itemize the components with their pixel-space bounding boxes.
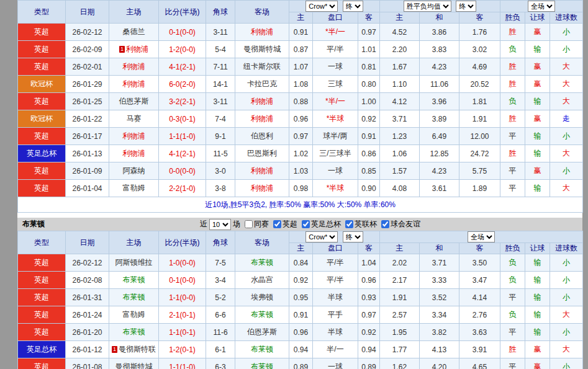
home-team: 马赛 xyxy=(109,110,159,128)
match-date: 26-01-31 xyxy=(66,289,109,306)
red-card-icon: 1 xyxy=(112,346,117,353)
home-win-odds: 1.62 xyxy=(380,358,420,369)
team-name: 伯恩茅斯 xyxy=(119,97,149,105)
col-away: 客场 xyxy=(235,1,289,24)
avg-final-select[interactable]: 终 xyxy=(456,1,476,12)
draw-odds: 3.34 xyxy=(420,306,459,324)
match-date: 26-01-13 xyxy=(66,145,109,162)
team-name: 伯恩利 xyxy=(251,131,273,140)
handicap-result: 输 xyxy=(525,180,550,197)
team-name: 桑德兰 xyxy=(123,27,145,36)
match-score: 2-1(0-1) xyxy=(159,306,206,324)
wdl-result: 胜 xyxy=(500,110,525,128)
match-score: 3-2(2-1) xyxy=(159,93,206,110)
col-win: 主 xyxy=(380,243,420,254)
bookmaker-select[interactable]: Crow* xyxy=(305,1,338,12)
draw-odds: 4.20 xyxy=(420,358,459,369)
away-win-odds: 1.91 xyxy=(459,110,500,128)
away-team: 水晶宫 xyxy=(235,272,289,289)
club-friendly-checkbox[interactable] xyxy=(381,220,389,228)
wdl-result: 胜 xyxy=(500,341,525,358)
draw-odds: 11.06 xyxy=(420,76,459,93)
col-type: 类型 xyxy=(18,231,66,254)
handicap-line: 球半/两 xyxy=(313,128,358,145)
bookmaker-select-2[interactable]: Crow* xyxy=(305,231,338,242)
home-handicap-odds: 0.96 xyxy=(289,324,313,341)
premier-league-checkbox[interactable] xyxy=(273,220,281,228)
col-goals-result: 进球数 xyxy=(550,243,583,254)
draw-odds: 3.82 xyxy=(420,324,459,341)
team-name: 卡拉巴克 xyxy=(247,79,277,88)
away-handicap-odds: 0.94 xyxy=(358,341,380,358)
handicap-final-select-2[interactable]: 终 xyxy=(343,231,363,242)
draw-odds: 3.61 xyxy=(420,180,459,197)
filter-club-friendly[interactable]: 球会友谊 xyxy=(377,219,420,229)
team-name: 水晶宫 xyxy=(251,275,273,284)
team-name: 阿森纳 xyxy=(123,166,145,175)
same-league-label: 同赛 xyxy=(254,219,269,229)
col-goals-result: 进球数 xyxy=(550,12,583,24)
goals-result: 大 xyxy=(550,93,583,110)
league-badge: 英超 xyxy=(18,128,66,145)
games-label: 场 xyxy=(233,219,240,229)
team-name: 利物浦 xyxy=(251,27,273,36)
team-name: 布莱顿 xyxy=(123,327,145,336)
fa-cup-checkbox[interactable] xyxy=(302,220,310,228)
draw-odds: 3.86 xyxy=(420,24,459,41)
league-badge: 英超 xyxy=(18,180,66,197)
team-name: 利物浦 xyxy=(123,62,145,71)
match-row: 欧冠杯26-01-22马赛0-3(0-1)7-4利物浦0.96*半球0.923.… xyxy=(18,110,583,128)
goals-result: 小 xyxy=(550,358,583,369)
away-win-odds: 3.02 xyxy=(459,41,500,58)
team-name: 布莱顿 xyxy=(123,293,145,301)
handicap-result: 输 xyxy=(525,272,550,289)
away-team: 布莱顿 xyxy=(235,306,289,324)
home-handicap-odds: 0.91 xyxy=(289,24,313,41)
match-score: 1-2(0-1) xyxy=(159,341,206,358)
goals-result: 大 xyxy=(550,58,583,76)
recent-count-select[interactable]: 10 xyxy=(209,219,231,230)
col-wdl-result: 胜负 xyxy=(500,243,525,254)
same-league-checkbox[interactable] xyxy=(245,220,253,228)
corner-count: 9-1 xyxy=(206,128,235,145)
handicap-result: 赢 xyxy=(525,358,550,369)
wdl-result: 负 xyxy=(500,254,525,272)
league-cup-checkbox[interactable] xyxy=(345,220,353,228)
match-date: 26-01-08 xyxy=(66,358,109,369)
col-handicap-line: 盘口 xyxy=(313,243,358,254)
fullmatch-select-2[interactable]: 全场 xyxy=(468,231,495,242)
team-name: 布莱顿 xyxy=(251,362,273,369)
team-name: 曼彻斯特城 xyxy=(115,362,153,369)
team-name: 伯恩茅斯 xyxy=(247,327,277,336)
away-win-odds: 20.52 xyxy=(459,76,500,93)
filter-league-cup[interactable]: 英联杯 xyxy=(341,219,377,229)
handicap-line: 半球 xyxy=(313,324,358,341)
match-row: 英超26-01-08曼彻斯特城1-1(1-0)6-3布莱顿0.89一球0.891… xyxy=(18,358,583,369)
league-badge: 英超 xyxy=(18,162,66,180)
match-date: 26-02-12 xyxy=(66,24,109,41)
league-badge: 欧冠杯 xyxy=(18,76,66,93)
goals-result: 小 xyxy=(550,41,583,58)
handicap-line: *半球 xyxy=(313,110,358,128)
fullmatch-select[interactable]: 全场 xyxy=(528,1,555,12)
team-name: 布莱顿 xyxy=(251,345,273,353)
away-handicap-odds: 0.86 xyxy=(358,145,380,162)
wdl-result: 平 xyxy=(500,180,525,197)
corner-count: 11-5 xyxy=(206,145,235,162)
filter-fa-cup[interactable]: 英足总杯 xyxy=(297,219,341,229)
handicap-result: 输 xyxy=(525,145,550,162)
goals-result: 大 xyxy=(550,76,583,93)
handicap-final-select[interactable]: 终 xyxy=(343,1,363,12)
league-badge: 英超 xyxy=(18,358,66,369)
wdl-average-select[interactable]: 胜平负均值 xyxy=(404,1,451,12)
goals-result: 小 xyxy=(550,289,583,306)
corner-count: 11-6 xyxy=(206,324,235,341)
wdl-result: 平 xyxy=(500,324,525,341)
handicap-line: *半球 xyxy=(313,180,358,197)
match-row: 英超26-02-091利物浦1-2(0-0)5-4曼彻斯特城0.87平/半1.0… xyxy=(18,41,583,58)
away-handicap-odds: 0.80 xyxy=(358,76,380,93)
team-name: 马赛 xyxy=(127,114,142,123)
col-home: 主场 xyxy=(109,231,159,254)
team-name: 利物浦 xyxy=(251,184,273,192)
filter-premier-league[interactable]: 英超 xyxy=(269,219,297,229)
